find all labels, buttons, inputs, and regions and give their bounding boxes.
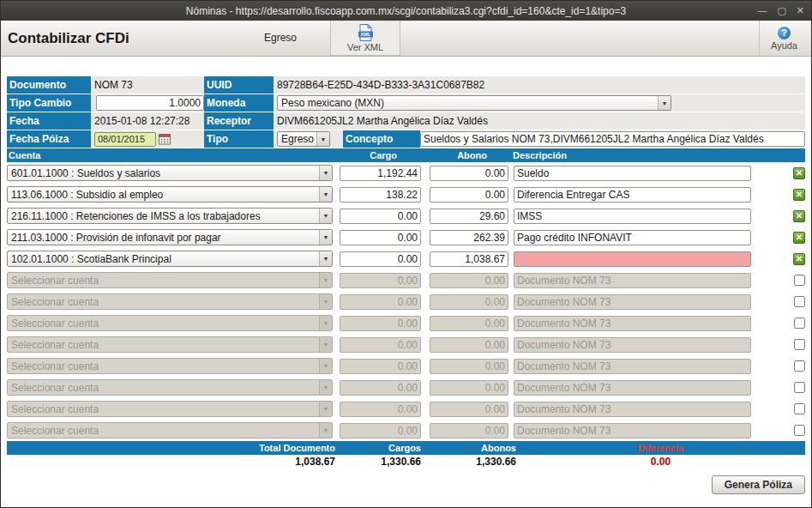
total-documento-label: Total Documento [7,443,335,453]
abono-input[interactable] [430,316,508,331]
cargo-input[interactable] [340,337,421,353]
chevron-down-icon: ▼ [319,166,332,180]
ver-xml-button[interactable]: XML Ver XML [330,21,400,56]
cargo-input[interactable] [340,166,421,181]
row-checkbox[interactable] [794,318,805,329]
abonos-label: Abonos [421,443,516,453]
cuenta-select[interactable]: 601.01.1000 : Sueldos y salarios ▼ [7,165,333,181]
descripcion-input[interactable] [514,359,751,374]
row-checkbox[interactable] [794,382,805,393]
ayuda-button[interactable]: ? Ayuda [759,21,809,56]
row-checkbox[interactable] [794,275,805,286]
cuenta-select[interactable]: 113.06.1000 : Subsidio al empleo ▼ [7,186,333,203]
maximize-icon[interactable]: ▢ [777,6,785,15]
abono-input[interactable] [430,273,508,288]
abono-input[interactable] [430,337,508,353]
cargo-input[interactable] [340,187,421,203]
abono-input[interactable] [430,209,508,224]
abono-input[interactable] [430,230,508,245]
minimize-icon[interactable]: — [757,6,767,15]
ledger-row: Seleccionar cuenta ▼ [7,355,805,377]
main-content: Documento NOM 73 UUID 89728B64-E25D-434D… [1,57,811,494]
delete-row-icon[interactable]: ✕ [793,167,805,179]
cargo-input[interactable] [340,402,421,417]
cuenta-selected-value: 211.03.1000 : Provisión de infonavit por… [11,232,319,244]
moneda-selected-value: Peso mexicano (MXN) [281,97,658,109]
descripcion-input[interactable] [514,209,751,224]
cuenta-select[interactable]: 102.01.1000 : ScotiaBank Principal ▼ [7,251,333,267]
cuenta-select[interactable]: Seleccionar cuenta ▼ [7,422,333,438]
delete-row-icon[interactable]: ✕ [793,210,805,222]
cuenta-select[interactable]: Seleccionar cuenta ▼ [7,315,333,331]
delete-row-icon[interactable]: ✕ [793,253,805,265]
genera-poliza-button[interactable]: Genera Póliza [712,475,805,494]
ledger-row: 102.01.1000 : ScotiaBank Principal ▼ ✕ [7,248,805,269]
row-checkbox[interactable] [794,403,805,414]
row-checkbox[interactable] [794,425,805,436]
cuenta-select[interactable]: Seleccionar cuenta ▼ [7,293,333,310]
cuenta-select[interactable]: Seleccionar cuenta ▼ [7,272,333,288]
cargo-input[interactable] [340,209,421,224]
cargo-input[interactable] [340,423,421,438]
descripcion-input[interactable] [514,166,751,181]
cuenta-select[interactable]: 211.03.1000 : Provisión de infonavit por… [7,229,333,245]
moneda-select[interactable]: Peso mexicano (MXN) ▼ [277,95,671,111]
cargo-input[interactable] [340,294,421,310]
abono-input[interactable] [430,166,508,181]
descripcion-input[interactable] [514,316,751,331]
chevron-down-icon: ▼ [319,423,332,438]
cuenta-select[interactable]: Seleccionar cuenta ▼ [7,336,333,353]
ledger-row: Seleccionar cuenta ▼ [7,269,805,291]
abono-input[interactable] [430,294,508,310]
ledger-rows: 601.01.1000 : Sueldos y salarios ▼ ✕ 113… [7,162,805,441]
abono-column-header: Abono [397,150,487,160]
abono-input[interactable] [430,187,508,203]
row-checkbox[interactable] [794,296,805,307]
cargo-input[interactable] [340,251,421,267]
cuenta-selected-value: Seleccionar cuenta [11,296,319,308]
abono-input[interactable] [430,380,508,396]
descripcion-column-header: Descripción [487,150,805,160]
descripcion-input[interactable] [514,251,751,267]
cargo-input[interactable] [340,380,421,396]
cuenta-select[interactable]: Seleccionar cuenta ▼ [7,379,333,396]
cuenta-select[interactable]: 216.11.1000 : Retenciones de IMSS a los … [7,208,333,224]
cuenta-select[interactable]: Seleccionar cuenta ▼ [7,401,333,417]
cargo-input[interactable] [340,359,421,374]
descripcion-input[interactable] [514,380,751,396]
footer: Genera Póliza [7,475,805,494]
abono-input[interactable] [430,359,508,374]
delete-row-icon[interactable]: ✕ [793,189,805,201]
uuid-value: 89728B64-E25D-434D-B333-3A31C0687B82 [274,76,805,94]
xml-document-icon: XML [357,24,375,41]
concepto-input[interactable] [420,131,805,147]
chevron-down-icon: ▼ [319,294,332,309]
cargo-input[interactable] [340,316,421,331]
abono-input[interactable] [430,402,508,417]
descripcion-input[interactable] [514,273,751,288]
descripcion-input[interactable] [514,187,751,203]
cargo-input[interactable] [340,230,421,245]
abono-input[interactable] [430,423,508,438]
descripcion-input[interactable] [514,423,751,438]
document-type-label: Egreso [264,32,297,44]
tipo-cambio-input[interactable] [96,95,204,111]
abono-input[interactable] [430,251,508,267]
chevron-down-icon: ▼ [319,209,332,223]
fecha-poliza-input[interactable] [94,132,156,147]
descripcion-input[interactable] [514,337,751,353]
cargo-input[interactable] [340,273,421,288]
documento-value: NOM 73 [91,76,204,94]
row-checkbox[interactable] [794,339,805,350]
calendar-icon[interactable] [159,133,171,145]
descripcion-input[interactable] [514,230,751,245]
row-checkbox[interactable] [794,360,805,372]
totals-values: 1,038.67 1,330.66 1,330.66 0.00 [7,455,805,469]
tipo-select[interactable]: Egreso ▼ [277,131,330,147]
close-icon[interactable]: ✕ [797,6,804,15]
delete-row-icon[interactable]: ✕ [793,232,805,244]
descripcion-input[interactable] [514,294,751,310]
cuenta-select[interactable]: Seleccionar cuenta ▼ [7,358,333,374]
descripcion-input[interactable] [514,402,751,417]
ayuda-label: Ayuda [771,40,797,51]
